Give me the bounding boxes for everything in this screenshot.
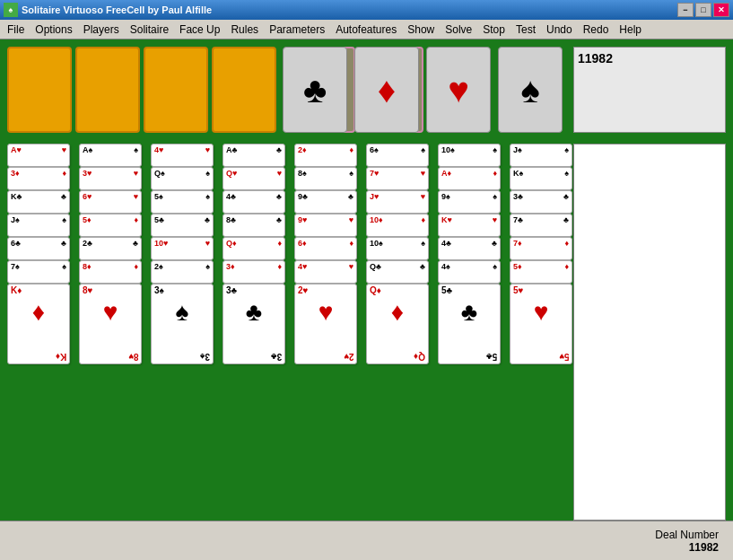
menu-item-rules[interactable]: Rules (225, 22, 264, 38)
card-col1-3[interactable]: K♣♣ (7, 190, 70, 214)
score-value: 11982 (578, 51, 613, 66)
card-col5-7[interactable]: 2♥ ♥ 2♥ (294, 284, 357, 364)
card-col7-1[interactable]: 10♠♠ (438, 144, 501, 167)
column-7: 10♠♠ A♦♦ 9♠♠ K♥♥ 4♣♣ 4♠♠ 5♣ ♣ 5♣ (438, 144, 506, 364)
menu-item-redo[interactable]: Redo (578, 22, 615, 38)
foundation-spades[interactable]: ♠ (498, 47, 563, 133)
card-col3-7[interactable]: 3♠ ♠ 3♠ (151, 284, 214, 364)
column-5: 2♦♦ 8♠♠ 9♣♣ 9♥♥ 6♦♦ 4♥♥ 2♥ ♥ 2♥ (294, 144, 362, 364)
freecell-slot-3[interactable] (144, 47, 208, 133)
window-controls: − □ ✕ (677, 3, 729, 17)
menu-item-parameters[interactable]: Parameters (264, 22, 330, 38)
card-col7-5[interactable]: 4♣♣ (438, 237, 501, 260)
column-4: A♣♣ Q♥♥ 4♣♣ 8♣♣ Q♦♦ 3♦♦ 3♣ ♣ 3♣ (223, 144, 291, 364)
card-col6-6[interactable]: Q♣♣ (366, 260, 429, 284)
card-col8-5[interactable]: 7♦♦ (510, 237, 572, 260)
card-col3-3[interactable]: 5♠♠ (151, 190, 214, 214)
card-col5-4[interactable]: 9♥♥ (294, 214, 357, 237)
menu-item-options[interactable]: Options (30, 22, 77, 38)
freecell-slot-4[interactable] (212, 47, 276, 133)
card-col6-1[interactable]: 6♠♠ (366, 144, 429, 167)
card-col3-4[interactable]: 5♣♣ (151, 214, 214, 237)
card-col2-5[interactable]: 2♣♣ (79, 237, 142, 260)
menubar: FileOptionsPlayersSolitaireFace UpRulesP… (0, 20, 733, 39)
card-col7-3[interactable]: 9♠♠ (438, 190, 501, 214)
score-display: 11982 (573, 47, 726, 133)
menu-item-players[interactable]: Players (78, 22, 125, 38)
card-col6-2[interactable]: 7♥♥ (366, 167, 429, 190)
menu-item-undo[interactable]: Undo (541, 22, 578, 38)
card-col8-4[interactable]: 7♣♣ (510, 214, 572, 237)
card-col1-1[interactable]: A♥♥ (7, 144, 70, 167)
card-col3-2[interactable]: Q♠♠ (151, 167, 214, 190)
card-col8-6[interactable]: 5♦♦ (510, 260, 572, 284)
card-col4-1[interactable]: A♣♣ (223, 144, 285, 167)
card-col7-6[interactable]: 4♠♠ (438, 260, 501, 284)
freecell-slot-2[interactable] (75, 47, 140, 133)
card-col4-2[interactable]: Q♥♥ (223, 167, 285, 190)
card-col2-3[interactable]: 6♥♥ (79, 190, 142, 214)
column-8: J♠♠ K♠♠ 3♣♣ 7♣♣ 7♦♦ 5♦♦ 5♥ ♥ 5♥ (510, 144, 578, 364)
menu-item-test[interactable]: Test (510, 22, 541, 38)
card-col8-2[interactable]: K♠♠ (510, 167, 572, 190)
card-col4-4[interactable]: 8♣♣ (223, 214, 285, 237)
menu-item-autofeatures[interactable]: Autofeatures (330, 22, 402, 38)
maximize-button[interactable]: □ (695, 3, 711, 17)
card-col8-1[interactable]: J♠♠ (510, 144, 572, 167)
card-col7-2[interactable]: A♦♦ (438, 167, 501, 190)
menu-item-solitaire[interactable]: Solitaire (125, 22, 174, 38)
card-col2-4[interactable]: 5♦♦ (79, 214, 142, 237)
card-col1-4[interactable]: J♠♠ (7, 214, 70, 237)
card-col7-4[interactable]: K♥♥ (438, 214, 501, 237)
menu-item-help[interactable]: Help (614, 22, 647, 38)
card-col1-5[interactable]: 6♣♣ (7, 237, 70, 260)
card-col6-7[interactable]: Q♦ ♦ Q♦ (366, 284, 429, 364)
column-6: 6♠♠ 7♥♥ J♥♥ 10♦♦ 10♠♠ Q♣♣ Q♦ ♦ Q♦ (366, 144, 434, 364)
card-col2-2[interactable]: 3♥♥ (79, 167, 142, 190)
card-col2-1[interactable]: A♠♠ (79, 144, 142, 167)
menu-item-solve[interactable]: Solve (440, 22, 477, 38)
card-col1-2[interactable]: 3♦♦ (7, 167, 70, 190)
card-col4-7[interactable]: 3♣ ♣ 3♣ (223, 284, 285, 364)
deal-number-bar: Deal Number 11982 (0, 521, 733, 560)
tableau-area: A♥♥ 3♦♦ K♣♣ J♠♠ 6♣♣ 7♠♠ K♦ ♦ K♦ A♠♠ 3♥♥ (7, 144, 578, 364)
foundation-clubs[interactable]: ♣ (283, 47, 347, 133)
card-col4-5[interactable]: Q♦♦ (223, 237, 285, 260)
menu-item-stop[interactable]: Stop (477, 22, 510, 38)
card-col3-5[interactable]: 10♥♥ (151, 237, 214, 260)
card-col5-3[interactable]: 9♣♣ (294, 190, 357, 214)
menu-item-face up[interactable]: Face Up (174, 22, 225, 38)
deal-number-value: 11982 (655, 541, 719, 554)
card-col2-7[interactable]: 8♥ ♥ 8♥ (79, 284, 142, 364)
card-col6-3[interactable]: J♥♥ (366, 190, 429, 214)
card-col1-6[interactable]: 7♠♠ (7, 260, 70, 284)
card-col3-6[interactable]: 2♠♠ (151, 260, 214, 284)
card-col8-3[interactable]: 3♣♣ (510, 190, 572, 214)
column-3: 4♥♥ Q♠♠ 5♠♠ 5♣♣ 10♥♥ 2♠♠ 3♠ ♠ 3♠ (151, 144, 219, 364)
card-col3-1[interactable]: 4♥♥ (151, 144, 214, 167)
menu-item-file[interactable]: File (2, 22, 30, 38)
card-col7-7[interactable]: 5♣ ♣ 5♣ (438, 284, 501, 364)
card-col5-1[interactable]: 2♦♦ (294, 144, 357, 167)
minimize-button[interactable]: − (677, 3, 694, 17)
card-col1-7[interactable]: K♦ ♦ K♦ (7, 284, 70, 364)
app-icon: ♠ (4, 3, 18, 17)
card-col5-6[interactable]: 4♥♥ (294, 260, 357, 284)
close-button[interactable]: ✕ (713, 3, 729, 17)
title-text: Solitaire Virtuoso FreeCell by Paul Alfi… (22, 4, 677, 15)
freecell-slot-1[interactable] (7, 47, 72, 133)
card-col2-6[interactable]: 8♦♦ (79, 260, 142, 284)
right-panel (573, 144, 726, 521)
card-col4-6[interactable]: 3♦♦ (223, 260, 285, 284)
foundation-diamonds[interactable]: ♦ (354, 47, 419, 133)
card-col6-5[interactable]: 10♠♠ (366, 237, 429, 260)
menu-item-show[interactable]: Show (402, 22, 440, 38)
foundation-hearts[interactable]: ♥ (426, 47, 491, 133)
card-col8-7[interactable]: 5♥ ♥ 5♥ (510, 284, 572, 364)
titlebar: ♠ Solitaire Virtuoso FreeCell by Paul Al… (0, 0, 733, 20)
card-col6-4[interactable]: 10♦♦ (366, 214, 429, 237)
card-col5-2[interactable]: 8♠♠ (294, 167, 357, 190)
game-area: ♣ ♦ ♥ ♠ 11982 A♥♥ 3♦♦ K♣♣ J♠♠ 6♣♣ 7♠♠ K♦ (0, 39, 733, 560)
card-col5-5[interactable]: 6♦♦ (294, 237, 357, 260)
card-col4-3[interactable]: 4♣♣ (223, 190, 285, 214)
